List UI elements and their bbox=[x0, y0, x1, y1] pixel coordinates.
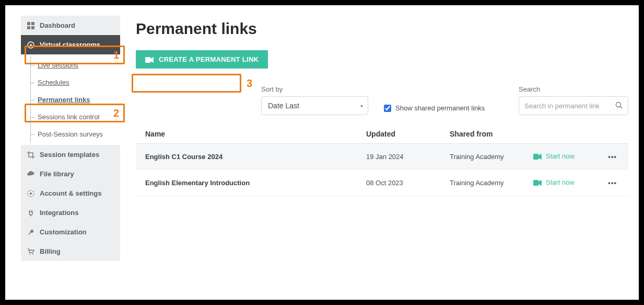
start-now-link[interactable]: Start now bbox=[533, 178, 575, 186]
sidebar-item-integrations[interactable]: Integrations bbox=[21, 203, 120, 222]
start-now-link[interactable]: Start now bbox=[533, 152, 575, 160]
show-shared-label: Show shared permanent links bbox=[395, 104, 485, 112]
sidebar: Dashboard Virtual classrooms Live sessio… bbox=[21, 16, 120, 289]
wrench-icon bbox=[27, 229, 34, 236]
sidebar-item-label: File library bbox=[40, 170, 74, 178]
plug-icon bbox=[27, 209, 34, 217]
sidebar-item-session-templates[interactable]: Session templates bbox=[21, 145, 120, 164]
sidebar-item-label: Session templates bbox=[40, 151, 99, 159]
sidebar-sub-label: Schedules bbox=[38, 78, 69, 86]
search-input[interactable] bbox=[524, 102, 615, 110]
play-circle-icon bbox=[27, 41, 34, 49]
cell-shared-from: Training Academy bbox=[440, 144, 524, 170]
crop-icon bbox=[27, 151, 34, 159]
search-group: Search bbox=[519, 85, 628, 115]
cell-updated: 08 Oct 2023 bbox=[357, 170, 440, 196]
col-updated: Updated bbox=[357, 125, 440, 144]
sidebar-item-label: Dashboard bbox=[40, 21, 75, 29]
sidebar-item-label: Billing bbox=[40, 247, 61, 255]
sort-group: Sort by Date Last ▾ bbox=[261, 85, 368, 115]
svg-point-6 bbox=[29, 254, 30, 255]
start-now-label: Start now bbox=[546, 152, 575, 160]
sidebar-item-file-library[interactable]: File library bbox=[21, 164, 120, 184]
main-content: Permanent links CREATE A PERMANENT LINK … bbox=[120, 16, 628, 289]
sidebar-item-label: Integrations bbox=[40, 209, 78, 217]
sidebar-item-account-settings[interactable]: Account & settings bbox=[21, 184, 120, 203]
sidebar-sub-label: Post-Session surveys bbox=[38, 130, 103, 138]
grid-icon bbox=[27, 22, 34, 29]
sidebar-item-virtual-classrooms[interactable]: Virtual classrooms bbox=[21, 35, 120, 54]
search-input-wrap bbox=[519, 96, 628, 115]
controls-row: Sort by Date Last ▾ Show shared permanen… bbox=[136, 85, 628, 115]
cell-shared-from: Training Academy bbox=[440, 170, 524, 196]
cell-updated: 19 Jan 2024 bbox=[357, 144, 440, 170]
cart-icon bbox=[27, 248, 34, 255]
sidebar-item-billing[interactable]: Billing bbox=[21, 242, 120, 261]
col-shared-from: Shared from bbox=[440, 125, 524, 144]
row-menu-button[interactable]: ••• bbox=[597, 170, 628, 196]
show-shared-checkbox-row[interactable]: Show shared permanent links bbox=[384, 104, 485, 112]
col-start bbox=[524, 125, 597, 144]
create-permanent-link-button[interactable]: CREATE A PERMANENT LINK bbox=[136, 50, 268, 69]
sidebar-item-dashboard[interactable]: Dashboard bbox=[21, 16, 120, 35]
cell-name: English C1 Course 2024 bbox=[136, 144, 357, 170]
sidebar-subnav: Live sessions Schedules Permanent links … bbox=[21, 54, 120, 145]
sidebar-item-customization[interactable]: Customization bbox=[21, 222, 120, 242]
sidebar-sub-label: Live sessions bbox=[38, 61, 78, 69]
sidebar-sub-permanent-links[interactable]: Permanent links bbox=[26, 91, 120, 108]
svg-rect-8 bbox=[145, 57, 150, 63]
sort-select-wrap: Date Last ▾ bbox=[261, 96, 368, 115]
sort-label: Sort by bbox=[261, 85, 368, 93]
col-actions bbox=[597, 125, 628, 144]
col-name: Name bbox=[136, 125, 357, 144]
table-row: English C1 Course 2024 19 Jan 2024 Train… bbox=[136, 144, 628, 170]
svg-rect-12 bbox=[533, 180, 538, 186]
cloud-icon bbox=[27, 171, 34, 178]
sidebar-sub-live-sessions[interactable]: Live sessions bbox=[26, 57, 120, 74]
permanent-links-table: Name Updated Shared from English C1 Cour… bbox=[136, 125, 628, 196]
svg-rect-2 bbox=[27, 26, 30, 29]
show-shared-checkbox[interactable] bbox=[384, 105, 391, 112]
sort-select[interactable]: Date Last bbox=[261, 96, 368, 115]
sidebar-sub-label: Sessions link control bbox=[38, 113, 100, 121]
sidebar-sub-post-session-surveys[interactable]: Post-Session surveys bbox=[26, 126, 120, 143]
gear-icon bbox=[27, 190, 34, 197]
row-menu-button[interactable]: ••• bbox=[597, 144, 628, 170]
sidebar-sub-sessions-link-control[interactable]: Sessions link control bbox=[26, 108, 120, 126]
sidebar-item-label: Customization bbox=[40, 228, 87, 236]
start-now-label: Start now bbox=[546, 178, 575, 186]
video-camera-icon bbox=[145, 57, 154, 62]
svg-point-9 bbox=[616, 102, 621, 107]
svg-line-10 bbox=[620, 106, 623, 108]
sidebar-sub-schedules[interactable]: Schedules bbox=[26, 74, 120, 91]
sidebar-item-label: Account & settings bbox=[40, 189, 101, 197]
sidebar-sub-label: Permanent links bbox=[38, 96, 90, 104]
table-row: English Elementary Introduction 08 Oct 2… bbox=[136, 170, 628, 196]
svg-rect-1 bbox=[31, 22, 34, 25]
svg-rect-0 bbox=[27, 22, 30, 25]
svg-rect-3 bbox=[31, 26, 34, 29]
sidebar-item-label: Virtual classrooms bbox=[40, 41, 100, 49]
search-label: Search bbox=[519, 85, 628, 93]
svg-rect-11 bbox=[533, 154, 538, 160]
create-button-label: CREATE A PERMANENT LINK bbox=[159, 55, 259, 63]
search-icon[interactable] bbox=[615, 101, 623, 110]
video-camera-icon bbox=[533, 153, 542, 159]
video-camera-icon bbox=[533, 179, 542, 185]
cell-name: English Elementary Introduction bbox=[136, 170, 357, 196]
page-title: Permanent links bbox=[136, 20, 628, 38]
svg-point-5 bbox=[30, 193, 32, 195]
svg-point-7 bbox=[32, 254, 33, 255]
